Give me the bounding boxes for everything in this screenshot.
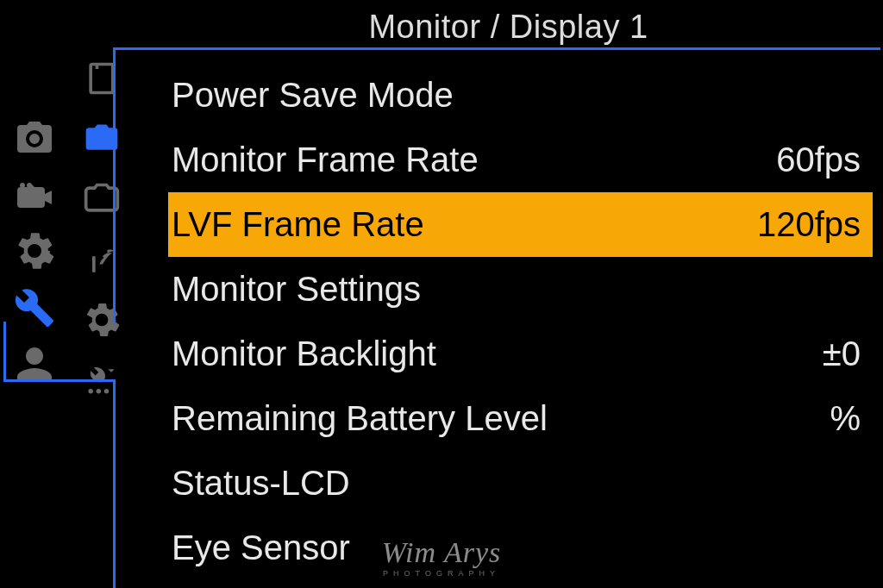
nav-person-icon[interactable] bbox=[9, 340, 59, 390]
menu-value: 60fps bbox=[776, 141, 867, 179]
nav-wrench-icon[interactable] bbox=[9, 283, 59, 333]
menu-label: Monitor Settings bbox=[168, 270, 421, 309]
menu-item-monitor-settings[interactable]: Monitor Settings bbox=[168, 257, 873, 322]
menu-label: Monitor Backlight bbox=[168, 335, 436, 373]
sub-monitor-icon[interactable] bbox=[78, 112, 126, 166]
menu-item-monitor-frame-rate[interactable]: Monitor Frame Rate 60fps bbox=[168, 128, 873, 192]
sub-gear2-icon[interactable] bbox=[78, 293, 126, 347]
svg-point-3 bbox=[88, 389, 93, 394]
menu-label: Status-LCD bbox=[168, 464, 350, 503]
menu-label: Monitor Frame Rate bbox=[168, 141, 479, 179]
menu-item-status-lcd[interactable]: Status-LCD bbox=[168, 451, 873, 516]
menu-item-battery-level[interactable]: Remaining Battery Level % bbox=[168, 386, 873, 451]
menu-label: LVF Frame Rate bbox=[168, 205, 424, 244]
sub-nav-column bbox=[69, 0, 134, 588]
main-nav-column bbox=[0, 0, 69, 588]
svg-point-1 bbox=[27, 183, 32, 188]
sub-wrench-dots-icon[interactable] bbox=[78, 353, 126, 407]
svg-point-0 bbox=[20, 183, 25, 188]
menu-item-lvf-frame-rate[interactable]: LVF Frame Rate 120fps bbox=[168, 192, 873, 257]
menu-label: Eye Sensor bbox=[168, 529, 350, 567]
nav-camera-icon[interactable] bbox=[9, 112, 59, 162]
svg-point-4 bbox=[96, 389, 101, 394]
content-area: Monitor / Display 1 Power Save Mode Moni… bbox=[134, 0, 883, 588]
sub-wifi-icon[interactable] bbox=[78, 233, 126, 286]
menu-item-monitor-backlight[interactable]: Monitor Backlight ±0 bbox=[168, 322, 873, 386]
menu-value: ±0 bbox=[823, 335, 867, 373]
menu-list: Power Save Mode Monitor Frame Rate 60fps… bbox=[134, 63, 883, 588]
menu-item-eye-sensor[interactable]: Eye Sensor bbox=[168, 516, 873, 580]
sub-monitor2-icon[interactable] bbox=[78, 172, 126, 226]
menu-label: Remaining Battery Level bbox=[168, 399, 548, 438]
sub-card-icon[interactable] bbox=[78, 52, 126, 105]
menu-item-power-save[interactable]: Power Save Mode bbox=[168, 63, 873, 128]
menu-value: 120fps bbox=[757, 205, 867, 244]
svg-point-5 bbox=[103, 389, 109, 394]
nav-video-icon[interactable] bbox=[9, 169, 59, 219]
menu-value: % bbox=[830, 399, 867, 438]
page-title: Monitor / Display 1 bbox=[134, 9, 883, 46]
menu-label: Power Save Mode bbox=[168, 76, 454, 115]
nav-gear-icon[interactable] bbox=[9, 226, 59, 276]
svg-rect-2 bbox=[91, 65, 113, 93]
